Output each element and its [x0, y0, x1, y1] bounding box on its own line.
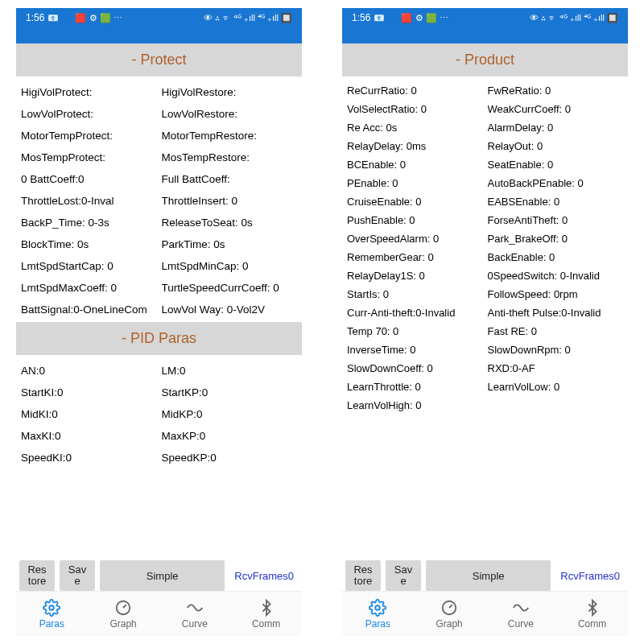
param-cell[interactable]: Fast RE: 0 — [488, 322, 624, 341]
content-left: - Protect HigiVolProtect:HigiVolRestore:… — [16, 43, 302, 557]
param-cell[interactable]: LmtSpdMaxCoeff: 0 — [21, 277, 157, 299]
param-cell[interactable]: LM:0 — [162, 360, 298, 382]
footer-buttons: Res tore Sav e Simple RcvFrames0 — [16, 557, 302, 591]
param-cell[interactable]: MosTempProtect: — [21, 147, 157, 168]
param-cell[interactable]: RelayDelay1S: 0 — [347, 266, 483, 285]
param-cell[interactable]: EABSEnable: 0 — [488, 192, 624, 211]
param-cell[interactable]: MosTempRestore: — [162, 147, 298, 168]
param-cell[interactable]: TurtleSpeedCurrCoeff: 0 — [162, 277, 298, 299]
param-cell[interactable]: Anti-theft Pulse:0-Invalid — [488, 303, 624, 322]
param-cell[interactable]: SeatEnable: 0 — [488, 155, 624, 174]
param-cell[interactable]: 0 BattCoeff:0 — [21, 168, 157, 190]
param-cell[interactable]: MotorTempProtect: — [21, 125, 157, 147]
param-cell[interactable]: RelayOut: 0 — [488, 137, 624, 155]
param-cell[interactable]: ThrottleLost:0-Inval — [21, 190, 157, 212]
param-cell[interactable]: LearnVolHigh: 0 — [347, 396, 483, 415]
status-bar: 1:56 📧 👤 🟥 ⚙ 🟩 ⋯ 👁 ⁂ ᯤ ⁴ᴳ ₊ıll ⁴ᴳ ₊ıll 🔲 — [16, 8, 302, 27]
param-cell[interactable]: BackP_Time: 0-3s — [21, 212, 157, 233]
param-cell[interactable]: BlockTime: 0s — [21, 233, 157, 255]
param-cell[interactable]: Curr-Anti-theft:0-Invalid — [347, 303, 483, 322]
param-cell[interactable] — [488, 396, 624, 415]
param-cell[interactable]: VolSelectRatio: 0 — [347, 100, 483, 118]
param-cell[interactable]: Full BattCoeff: — [162, 168, 298, 190]
nav-graph[interactable]: Graph — [88, 592, 159, 636]
param-cell[interactable]: LearnVolLow: 0 — [488, 378, 624, 396]
gear-icon — [43, 599, 60, 617]
param-cell[interactable]: LearnThrottle: 0 — [347, 378, 483, 396]
param-cell[interactable]: MotorTempRestore: — [162, 125, 298, 147]
phone-left: 1:56 📧 👤 🟥 ⚙ 🟩 ⋯ 👁 ⁂ ᯤ ⁴ᴳ ₊ıll ⁴ᴳ ₊ıll 🔲… — [16, 8, 302, 636]
param-cell[interactable]: LowVol Way: 0-Vol2V — [162, 299, 298, 320]
save-button[interactable]: Sav e — [60, 560, 95, 591]
param-cell[interactable]: AN:0 — [21, 360, 157, 382]
param-cell[interactable]: HigiVolProtect: — [21, 81, 157, 103]
param-cell[interactable]: FollowSpeed: 0rpm — [488, 285, 624, 303]
param-cell[interactable]: MaxKP:0 — [162, 425, 298, 447]
nav-comm[interactable]: Comm — [230, 592, 302, 636]
param-cell[interactable]: SpeedKI:0 — [21, 447, 157, 469]
save-button[interactable]: Sav e — [386, 560, 421, 591]
param-cell[interactable]: ReleaseToSeat: 0s — [162, 212, 298, 233]
param-cell[interactable]: LmtSpdMinCap: 0 — [162, 255, 298, 277]
param-cell[interactable]: AutoBackPEnable: 0 — [488, 174, 624, 192]
param-cell[interactable]: MidKI:0 — [21, 403, 157, 425]
product-grid: ReCurrRatio: 0FwReRatio: 0VolSelectRatio… — [342, 76, 628, 416]
param-cell[interactable]: Park_BrakeOff: 0 — [488, 229, 624, 248]
restore-button[interactable]: Res tore — [19, 560, 55, 591]
status-bar: 1:56 📧 👤 🟥 ⚙ 🟩 ⋯ 👁 ⁂ ᯤ ⁴ᴳ ₊ıll ⁴ᴳ ₊ıll 🔲 — [342, 8, 628, 27]
pid-grid: AN:0LM:0StartKI:0StartKP:0MidKI:0MidKP:0… — [16, 355, 302, 470]
param-cell[interactable]: HigiVolRestore: — [162, 81, 298, 103]
rcv-frames: RcvFrames0 — [229, 560, 299, 591]
param-cell[interactable]: BattSignal:0-OneLineCom — [21, 299, 157, 320]
param-cell[interactable]: MidKP:0 — [162, 403, 298, 425]
param-cell[interactable]: RelayDelay: 0ms — [347, 137, 483, 155]
nav-comm[interactable]: Comm — [556, 592, 628, 636]
param-cell[interactable]: StartKI:0 — [21, 382, 157, 403]
param-cell[interactable]: MaxKI:0 — [21, 425, 157, 447]
rcv-frames: RcvFrames0 — [555, 560, 625, 591]
param-cell[interactable]: ParkTime: 0s — [162, 233, 298, 255]
nav-curve[interactable]: Curve — [485, 592, 557, 636]
simple-button[interactable]: Simple — [100, 560, 225, 591]
section-product-header: - Product — [342, 43, 628, 76]
nav-paras[interactable]: Paras — [342, 592, 414, 636]
param-cell[interactable]: OverSpeedAlarm: 0 — [347, 229, 483, 248]
param-cell[interactable]: FwReRatio: 0 — [488, 81, 624, 100]
simple-button[interactable]: Simple — [426, 560, 551, 591]
section-protect-header: - Protect — [16, 43, 302, 76]
param-cell[interactable]: BCEnable: 0 — [347, 155, 483, 174]
wave-icon — [186, 599, 204, 617]
status-time: 1:56 — [26, 12, 44, 23]
param-cell[interactable]: BackEnable: 0 — [488, 248, 624, 266]
param-cell[interactable]: Temp 70: 0 — [347, 322, 483, 341]
param-cell[interactable]: StartIs: 0 — [347, 285, 483, 303]
param-cell[interactable]: AlarmDelay: 0 — [488, 118, 624, 137]
param-cell[interactable]: WeakCurrCoeff: 0 — [488, 100, 624, 118]
param-cell[interactable]: RXD:0-AF — [488, 359, 624, 378]
param-cell[interactable]: LowVolProtect: — [21, 103, 157, 125]
param-cell[interactable]: InverseTime: 0 — [347, 341, 483, 359]
gauge-icon — [114, 599, 132, 617]
content-right: - Product ReCurrRatio: 0FwReRatio: 0VolS… — [342, 43, 628, 557]
param-cell[interactable]: ReCurrRatio: 0 — [347, 81, 483, 100]
restore-button[interactable]: Res tore — [345, 560, 381, 591]
param-cell[interactable]: PEnable: 0 — [347, 174, 483, 192]
nav-paras[interactable]: Paras — [16, 592, 88, 636]
param-cell[interactable]: LowVolRestore: — [162, 103, 298, 125]
param-cell[interactable]: LmtSpdStartCap: 0 — [21, 255, 157, 277]
param-cell[interactable]: ThrottleInsert: 0 — [162, 190, 298, 212]
param-cell[interactable]: CruiseEnable: 0 — [347, 192, 483, 211]
param-cell[interactable]: SlowDownRpm: 0 — [488, 341, 624, 359]
nav-curve[interactable]: Curve — [159, 592, 231, 636]
bottom-nav: Paras Graph Curve Comm — [16, 591, 302, 636]
param-cell[interactable]: SpeedKP:0 — [162, 447, 298, 469]
footer-buttons: Res tore Sav e Simple RcvFrames0 — [342, 557, 628, 591]
param-cell[interactable]: StartKP:0 — [162, 382, 298, 403]
nav-graph[interactable]: Graph — [414, 592, 485, 636]
param-cell[interactable]: ForseAntiTheft: 0 — [488, 211, 624, 229]
param-cell[interactable]: RememberGear: 0 — [347, 248, 483, 266]
param-cell[interactable]: SlowDownCoeff: 0 — [347, 359, 483, 378]
param-cell[interactable]: PushEnable: 0 — [347, 211, 483, 229]
param-cell[interactable]: 0SpeedSwitch: 0-Invalid — [488, 266, 624, 285]
param-cell[interactable]: Re Acc: 0s — [347, 118, 483, 137]
